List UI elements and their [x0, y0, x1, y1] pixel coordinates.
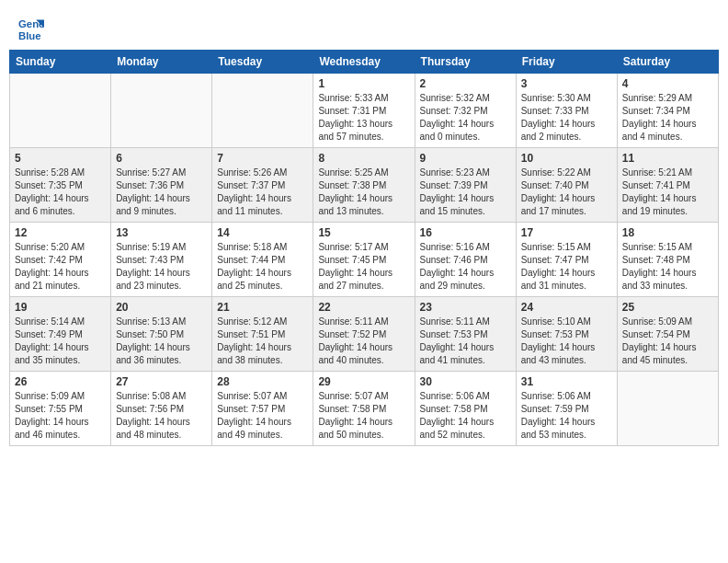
day-info: Sunrise: 5:17 AMSunset: 7:45 PMDaylight:…: [318, 241, 409, 293]
logo-icon: General Blue: [18, 17, 44, 42]
day-info: Sunrise: 5:09 AMSunset: 7:54 PMDaylight:…: [622, 316, 713, 367]
calendar-day-cell: 7Sunrise: 5:26 AMSunset: 7:37 PMDaylight…: [212, 148, 313, 223]
weekday-header-row: SundayMondayTuesdayWednesdayThursdayFrid…: [10, 51, 719, 74]
weekday-header-wednesday: Wednesday: [313, 51, 415, 74]
day-number: 27: [116, 375, 207, 388]
calendar-day-cell: [617, 372, 718, 446]
day-number: 6: [116, 152, 207, 165]
calendar-day-cell: 13Sunrise: 5:19 AMSunset: 7:43 PMDayligh…: [111, 223, 212, 297]
day-number: 30: [420, 375, 511, 388]
calendar-day-cell: 27Sunrise: 5:08 AMSunset: 7:56 PMDayligh…: [111, 372, 212, 446]
calendar-day-cell: 24Sunrise: 5:10 AMSunset: 7:53 PMDayligh…: [516, 297, 617, 372]
weekday-header-tuesday: Tuesday: [212, 51, 313, 74]
calendar-day-cell: 5Sunrise: 5:28 AMSunset: 7:35 PMDaylight…: [10, 148, 111, 223]
day-info: Sunrise: 5:14 AMSunset: 7:49 PMDaylight:…: [15, 316, 106, 367]
day-number: 19: [15, 301, 106, 314]
day-info: Sunrise: 5:11 AMSunset: 7:53 PMDaylight:…: [420, 316, 511, 367]
day-info: Sunrise: 5:22 AMSunset: 7:40 PMDaylight:…: [521, 167, 612, 218]
day-number: 29: [318, 375, 409, 388]
day-info: Sunrise: 5:13 AMSunset: 7:50 PMDaylight:…: [116, 316, 207, 367]
calendar-day-cell: 10Sunrise: 5:22 AMSunset: 7:40 PMDayligh…: [516, 148, 617, 223]
calendar-day-cell: 16Sunrise: 5:16 AMSunset: 7:46 PMDayligh…: [415, 223, 516, 297]
day-number: 3: [521, 77, 612, 90]
calendar-day-cell: 11Sunrise: 5:21 AMSunset: 7:41 PMDayligh…: [617, 148, 718, 223]
day-info: Sunrise: 5:11 AMSunset: 7:52 PMDaylight:…: [318, 316, 409, 367]
calendar-day-cell: 15Sunrise: 5:17 AMSunset: 7:45 PMDayligh…: [313, 223, 415, 297]
calendar-day-cell: 29Sunrise: 5:07 AMSunset: 7:58 PMDayligh…: [313, 372, 415, 446]
weekday-header-sunday: Sunday: [10, 51, 111, 74]
day-info: Sunrise: 5:33 AMSunset: 7:31 PMDaylight:…: [318, 92, 409, 144]
calendar-day-cell: 14Sunrise: 5:18 AMSunset: 7:44 PMDayligh…: [212, 223, 313, 297]
day-number: 21: [217, 301, 308, 314]
day-info: Sunrise: 5:19 AMSunset: 7:43 PMDaylight:…: [116, 241, 207, 293]
day-info: Sunrise: 5:06 AMSunset: 7:58 PMDaylight:…: [420, 390, 511, 442]
calendar-day-cell: 25Sunrise: 5:09 AMSunset: 7:54 PMDayligh…: [617, 297, 718, 372]
day-info: Sunrise: 5:32 AMSunset: 7:32 PMDaylight:…: [420, 92, 511, 144]
day-info: Sunrise: 5:12 AMSunset: 7:51 PMDaylight:…: [217, 316, 308, 367]
day-number: 10: [521, 152, 612, 165]
day-number: 17: [521, 226, 612, 239]
calendar-day-cell: 28Sunrise: 5:07 AMSunset: 7:57 PMDayligh…: [212, 372, 313, 446]
svg-text:Blue: Blue: [18, 30, 41, 41]
page-header: General Blue: [9, 9, 719, 46]
calendar-week-row: 12Sunrise: 5:20 AMSunset: 7:42 PMDayligh…: [10, 223, 719, 297]
day-number: 16: [420, 226, 511, 239]
logo: General Blue: [18, 17, 48, 42]
calendar-day-cell: 12Sunrise: 5:20 AMSunset: 7:42 PMDayligh…: [10, 223, 111, 297]
day-number: 18: [622, 226, 713, 239]
calendar-day-cell: 30Sunrise: 5:06 AMSunset: 7:58 PMDayligh…: [415, 372, 516, 446]
calendar-week-row: 1Sunrise: 5:33 AMSunset: 7:31 PMDaylight…: [10, 74, 719, 148]
weekday-header-thursday: Thursday: [415, 51, 516, 74]
day-number: 24: [521, 301, 612, 314]
calendar-day-cell: 17Sunrise: 5:15 AMSunset: 7:47 PMDayligh…: [516, 223, 617, 297]
day-number: 11: [622, 152, 713, 165]
day-number: 8: [318, 152, 409, 165]
day-number: 1: [318, 77, 409, 90]
calendar-day-cell: 31Sunrise: 5:06 AMSunset: 7:59 PMDayligh…: [516, 372, 617, 446]
day-info: Sunrise: 5:29 AMSunset: 7:34 PMDaylight:…: [622, 92, 713, 144]
day-info: Sunrise: 5:15 AMSunset: 7:48 PMDaylight:…: [622, 241, 713, 293]
day-info: Sunrise: 5:27 AMSunset: 7:36 PMDaylight:…: [116, 167, 207, 218]
calendar-day-cell: 6Sunrise: 5:27 AMSunset: 7:36 PMDaylight…: [111, 148, 212, 223]
day-info: Sunrise: 5:23 AMSunset: 7:39 PMDaylight:…: [420, 167, 511, 218]
calendar-table: SundayMondayTuesdayWednesdayThursdayFrid…: [9, 50, 719, 446]
day-info: Sunrise: 5:06 AMSunset: 7:59 PMDaylight:…: [521, 390, 612, 442]
day-info: Sunrise: 5:18 AMSunset: 7:44 PMDaylight:…: [217, 241, 308, 293]
day-number: 15: [318, 226, 409, 239]
day-number: 25: [622, 301, 713, 314]
calendar-week-row: 19Sunrise: 5:14 AMSunset: 7:49 PMDayligh…: [10, 297, 719, 372]
calendar-day-cell: 22Sunrise: 5:11 AMSunset: 7:52 PMDayligh…: [313, 297, 415, 372]
day-info: Sunrise: 5:07 AMSunset: 7:58 PMDaylight:…: [318, 390, 409, 442]
calendar-day-cell: 2Sunrise: 5:32 AMSunset: 7:32 PMDaylight…: [415, 74, 516, 148]
calendar-day-cell: [10, 74, 111, 148]
calendar-day-cell: 23Sunrise: 5:11 AMSunset: 7:53 PMDayligh…: [415, 297, 516, 372]
day-number: 2: [420, 77, 511, 90]
day-number: 4: [622, 77, 713, 90]
day-number: 26: [15, 375, 106, 388]
calendar-day-cell: 20Sunrise: 5:13 AMSunset: 7:50 PMDayligh…: [111, 297, 212, 372]
day-info: Sunrise: 5:25 AMSunset: 7:38 PMDaylight:…: [318, 167, 409, 218]
day-number: 31: [521, 375, 612, 388]
calendar-day-cell: 18Sunrise: 5:15 AMSunset: 7:48 PMDayligh…: [617, 223, 718, 297]
day-number: 23: [420, 301, 511, 314]
calendar-day-cell: 26Sunrise: 5:09 AMSunset: 7:55 PMDayligh…: [10, 372, 111, 446]
day-number: 28: [217, 375, 308, 388]
calendar-day-cell: 1Sunrise: 5:33 AMSunset: 7:31 PMDaylight…: [313, 74, 415, 148]
calendar-week-row: 26Sunrise: 5:09 AMSunset: 7:55 PMDayligh…: [10, 372, 719, 446]
day-number: 5: [15, 152, 106, 165]
calendar-day-cell: 3Sunrise: 5:30 AMSunset: 7:33 PMDaylight…: [516, 74, 617, 148]
day-info: Sunrise: 5:21 AMSunset: 7:41 PMDaylight:…: [622, 167, 713, 218]
weekday-header-saturday: Saturday: [617, 51, 718, 74]
day-info: Sunrise: 5:08 AMSunset: 7:56 PMDaylight:…: [116, 390, 207, 442]
day-info: Sunrise: 5:15 AMSunset: 7:47 PMDaylight:…: [521, 241, 612, 293]
day-number: 12: [15, 226, 106, 239]
day-number: 13: [116, 226, 207, 239]
day-info: Sunrise: 5:09 AMSunset: 7:55 PMDaylight:…: [15, 390, 106, 442]
day-number: 14: [217, 226, 308, 239]
day-number: 20: [116, 301, 207, 314]
day-number: 7: [217, 152, 308, 165]
day-number: 9: [420, 152, 511, 165]
calendar-day-cell: 4Sunrise: 5:29 AMSunset: 7:34 PMDaylight…: [617, 74, 718, 148]
day-info: Sunrise: 5:20 AMSunset: 7:42 PMDaylight:…: [15, 241, 106, 293]
day-info: Sunrise: 5:26 AMSunset: 7:37 PMDaylight:…: [217, 167, 308, 218]
